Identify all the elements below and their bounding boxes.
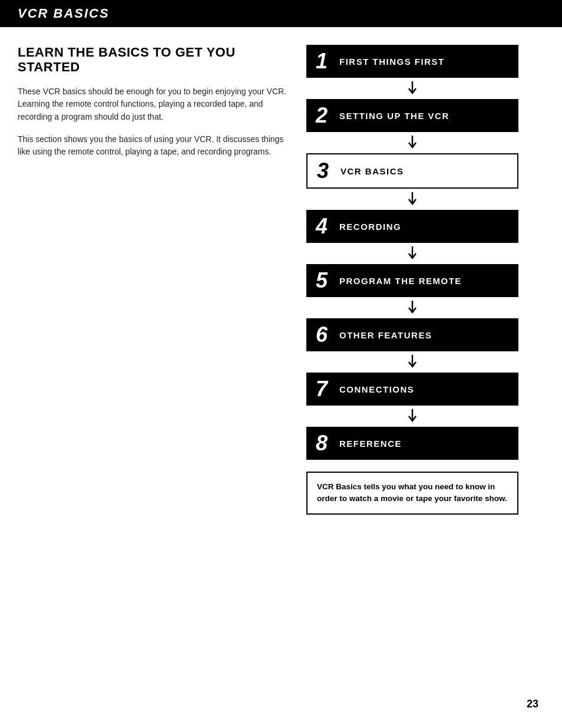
step-label-6: OTHER FEATURES: [339, 330, 432, 340]
step-number-8: 8: [316, 433, 332, 454]
step-number-1: 1: [316, 51, 332, 72]
step-number-4: 4: [316, 216, 332, 237]
arrow-connector: [306, 189, 518, 210]
step-item-3: 3VCR BASICS: [306, 153, 518, 189]
step-item-7: 7CONNECTIONS: [306, 373, 518, 406]
left-column: LEARN THE BASICS TO GET YOU STARTED Thes…: [18, 45, 289, 515]
steps-column: 1FIRST THINGS FIRST 2SETTING UP THE VCR …: [306, 45, 518, 515]
step-number-5: 5: [316, 270, 332, 291]
step-item-2: 2SETTING UP THE VCR: [306, 99, 518, 132]
body-paragraph-2: This section shows you the basics of usi…: [18, 133, 289, 159]
page-number: 23: [527, 698, 538, 710]
arrow-connector: [306, 243, 518, 264]
step-label-5: PROGRAM THE REMOTE: [339, 276, 462, 286]
step-item-4: 4RECORDING: [306, 210, 518, 243]
arrow-connector: [306, 351, 518, 373]
step-label-2: SETTING UP THE VCR: [339, 111, 449, 121]
step-label-4: RECORDING: [339, 222, 401, 232]
arrow-connector: [306, 78, 518, 99]
step-label-8: REFERENCE: [339, 439, 402, 449]
arrow-connector: [306, 132, 518, 153]
step-number-2: 2: [316, 105, 332, 126]
arrow-connector: [306, 406, 518, 427]
step-number-6: 6: [316, 324, 332, 345]
arrow-connector: [306, 297, 518, 318]
note-box: VCR Basics tells you what you need to kn…: [306, 472, 518, 515]
step-item-5: 5PROGRAM THE REMOTE: [306, 264, 518, 297]
section-title: LEARN THE BASICS TO GET YOU STARTED: [18, 45, 289, 75]
step-label-1: FIRST THINGS FIRST: [339, 57, 445, 67]
step-label-3: VCR BASICS: [340, 166, 404, 176]
step-number-3: 3: [317, 160, 333, 182]
step-item-8: 8REFERENCE: [306, 427, 518, 460]
page-header-title: VCR BASICS: [18, 6, 110, 21]
step-number-7: 7: [316, 378, 332, 400]
body-paragraph-1: These VCR basics should be enough for yo…: [18, 85, 289, 124]
step-item-1: 1FIRST THINGS FIRST: [306, 45, 518, 78]
step-label-7: CONNECTIONS: [339, 384, 414, 394]
page-header: VCR BASICS: [0, 0, 562, 27]
step-item-6: 6OTHER FEATURES: [306, 318, 518, 351]
